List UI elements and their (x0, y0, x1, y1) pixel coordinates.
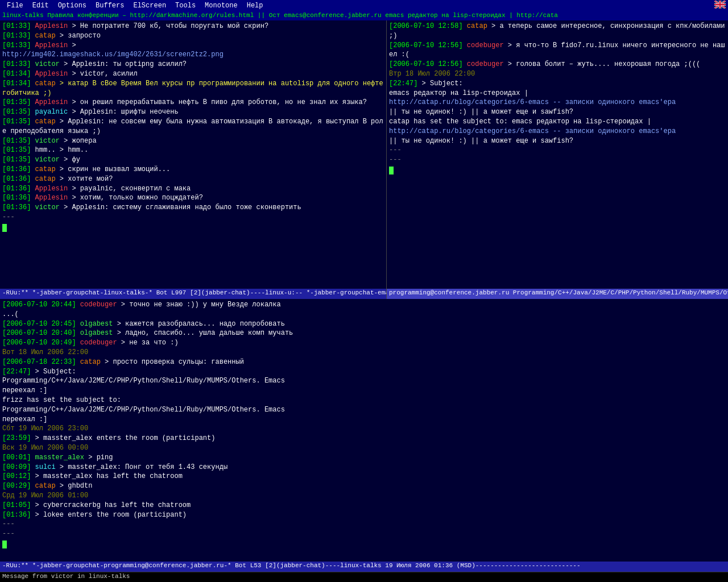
list-item: catap has set the subject to: emacs реда… (389, 117, 726, 127)
bottom-section: [2006-07-10 20:44] codebuger > точно не … (0, 299, 728, 582)
separator: --- (2, 529, 726, 539)
left-modeline: -RUu:** *-jabber-groupchat-linux-talks-*… (0, 289, 386, 299)
flag-icon (714, 1, 726, 11)
statusbar: Message from victor in linux-talks (0, 572, 728, 582)
cursor-line (389, 165, 726, 174)
list-item: [00:29] catap > ghbdtn (2, 481, 726, 491)
list-item: [01:35] victor > жопера (2, 136, 384, 146)
main-content: [01:33] Applesin > Не потратите 700 кб, … (0, 20, 728, 299)
list-item: Срд 19 Июл 2006 01:00 (2, 491, 726, 501)
list-item: переехал :] (2, 415, 726, 425)
list-item: [00:01] masster_alex > ping (2, 453, 726, 463)
list-item: [01:36] Applesin > payalnic, сконвертил … (2, 184, 384, 194)
list-item: Programming/C++/Java/J2ME/C/PHP/Python/S… (2, 405, 726, 415)
bottom-modeline: -RUu:** *-jabber-groupchat-programming@c… (0, 562, 728, 572)
list-item: emacs редактор на lisp-стероидах | (389, 89, 726, 98)
menu-elscreen[interactable]: ElScreen (129, 2, 171, 10)
cursor-line (2, 222, 384, 232)
menubar: File Edit Options Buffers ElScreen Tools… (0, 0, 728, 11)
list-item: [01:35] payalnic > Applesin: шрифты неоч… (2, 107, 384, 117)
separator: --- (389, 155, 726, 165)
list-item: [2006-07-10 20:40] olgabest > ладно, спа… (2, 329, 726, 338)
list-item: [00:12] > masster_alex has left the chat… (2, 472, 726, 481)
list-item: [01:36] > lokee enters the room (partici… (2, 510, 726, 520)
list-item: [01:36] victor > Applesin: систему сглаж… (2, 203, 384, 213)
list-item: [01:36] catap > хотите мой? (2, 174, 384, 184)
list-item: переехал :] (2, 386, 726, 396)
right-modeline: programming@conference.jabber.ru Program… (387, 289, 728, 299)
list-item: http://catap.ru/blog/categories/6-emacs … (389, 98, 726, 107)
right-chat-area[interactable]: [2006-07-10 12:58] catap > а теперь само… (387, 20, 728, 289)
list-item: [2006-07-10 20:45] olgabest > кажется ра… (2, 319, 726, 329)
menu-monotone[interactable]: Monotone (200, 2, 242, 10)
list-item: frizz has set the subject to: (2, 396, 726, 405)
list-item: [00:09] sulci > masster_alex: Понг от те… (2, 463, 726, 472)
list-item: [01:05] > cybercrackerbg has left the ch… (2, 501, 726, 510)
list-item: [2006-07-10 12:56] codebuger > голова бо… (389, 60, 726, 69)
list-item: --- (2, 519, 726, 529)
list-item: [23:59] > masster_alex enters the room (… (2, 434, 726, 443)
list-item: Втр 18 Июл 2006 22:00 (389, 69, 726, 79)
left-chat-area[interactable]: [01:33] Applesin > Не потратите 700 кб, … (0, 20, 386, 289)
list-item: [2006-07-10 20:49] codebuger > не за что… (2, 338, 726, 348)
list-item: [01:34] catap > катар В сВое Время Вел к… (2, 79, 384, 98)
list-item: [01:33] victor > Applesin: ты optipng ас… (2, 60, 384, 69)
menu-tools[interactable]: Tools (171, 2, 200, 10)
list-item: http://img402.imageshack.us/img402/2631/… (2, 50, 384, 60)
menu-options[interactable]: Options (53, 2, 91, 10)
list-item: [2006-07-18 22:33] catap > просто провер… (2, 357, 726, 367)
left-pane: [01:33] Applesin > Не потратите 700 кб, … (0, 20, 387, 299)
titlebar: linux-talks Правила конференции – http:/… (0, 11, 728, 20)
list-item: || ты не одинок! :) || а может еще и saw… (389, 107, 726, 117)
list-item: || ты не одинок! :) || а может еще и saw… (389, 136, 726, 146)
separator: --- (2, 213, 384, 222)
list-item: [01:35] hmm.. > hmm.. (2, 146, 384, 155)
list-item: Вск 19 Июл 2006 00:00 (2, 443, 726, 453)
list-item: [2006-07-10 12:56] codebuger > я что-то … (389, 41, 726, 60)
right-pane: [2006-07-10 12:58] catap > а теперь само… (387, 20, 728, 299)
list-item: ...( (2, 310, 726, 319)
list-item: [01:35] catap > Applesin: не совсем ему … (2, 117, 384, 136)
list-item: [2006-07-10 20:44] codebuger > точно не … (2, 300, 726, 310)
list-item: [01:33] Applesin > (2, 41, 384, 51)
menu-help[interactable]: Help (242, 2, 268, 10)
list-item: [2006-07-10 12:58] catap > а теперь само… (389, 22, 726, 41)
list-item: [01:36] Applesin > хотим, только можно п… (2, 193, 384, 203)
list-item: [01:33] Applesin > Не потратите 700 кб, … (2, 22, 384, 31)
menu-edit[interactable]: Edit (28, 2, 53, 10)
menu-buffers[interactable]: Buffers (91, 2, 129, 10)
list-item: Сбт 19 Июл 2006 23:00 (2, 424, 726, 434)
bottom-chat-area[interactable]: [2006-07-10 20:44] codebuger > точно не … (0, 299, 728, 562)
cursor-line (2, 539, 726, 548)
list-item: --- (389, 146, 726, 155)
list-item: [01:33] catap > запросто (2, 31, 384, 41)
list-item: [01:35] Applesin > он решил перерабатыва… (2, 98, 384, 107)
list-item: Programming/C++/Java/J2ME/C/PHP/Python/S… (2, 376, 726, 386)
list-item: [22:47] > Subject: (2, 367, 726, 377)
list-item: [01:35] victor > фу (2, 155, 384, 165)
list-item: http://catap.ru/blog/categories/6-emacs … (389, 127, 726, 136)
list-item: [01:36] catap > скрин не вызвал змоций..… (2, 165, 384, 174)
list-item: [01:34] Applesin > victor, асилил (2, 69, 384, 79)
list-item: [22:47] > Subject: (389, 79, 726, 89)
list-item: Вот 18 Июл 2006 22:00 (2, 348, 726, 357)
menu-file[interactable]: File (2, 2, 28, 10)
